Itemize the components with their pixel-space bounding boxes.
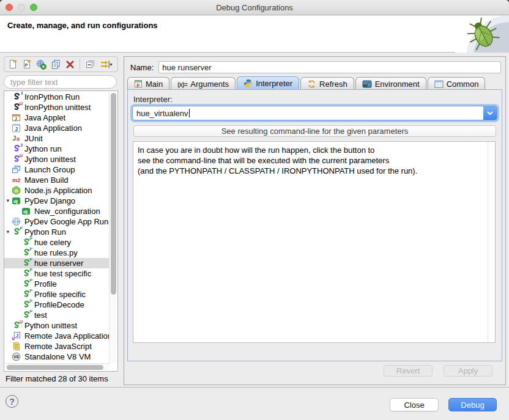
debug-button[interactable]: Debug [448, 398, 497, 411]
tree-item-hue-celery[interactable]: Phue celery [4, 237, 110, 248]
tab-bar: pMain(x)=ArgumentsInterpreterRefreshEnvi… [127, 76, 485, 90]
tree-item-label: ProfileDecode [34, 300, 84, 309]
tree-item-maven-build[interactable]: m2Maven Build [4, 175, 110, 185]
new-launch-prototype-button[interactable]: P [21, 58, 32, 70]
common-icon-icon [434, 80, 444, 88]
junit-icon: Ju [12, 134, 22, 144]
new-launch-configuration-button[interactable] [7, 58, 18, 70]
configuration-tree-items: IIronPython RunUIronPython unittestJJava… [4, 92, 110, 362]
tree-item-jython-run[interactable]: JJython run [4, 144, 110, 154]
svg-text:J: J [16, 333, 18, 338]
python-run-icon: P [21, 300, 32, 310]
chevron-down-icon [487, 111, 493, 116]
see-command-line-button[interactable]: See resulting command-line for the given… [133, 125, 496, 137]
apply-button[interactable]: Apply [444, 365, 492, 377]
tab-main[interactable]: pMain [127, 77, 169, 90]
tree-item-pydev-django[interactable]: ▼djPyDev Django [4, 196, 110, 206]
close-window-button[interactable] [6, 4, 13, 11]
delete-icon-icon [65, 60, 75, 69]
interpreter-tab-content: Interpreter: hue_virtualenv See resultin… [127, 89, 502, 361]
tree-item-node-js-application[interactable]: nNode.js Application [4, 185, 110, 196]
tree-item-junit[interactable]: JuJUnit [4, 133, 110, 144]
tree-item-java-applet[interactable]: JJava Applet [4, 112, 110, 123]
tree-item-profile[interactable]: PProfile [4, 279, 110, 289]
interpreter-combo[interactable]: hue_virtualenv [132, 106, 497, 120]
toolbar-separator [80, 59, 80, 70]
title-bar[interactable]: Debug Configurations [0, 0, 509, 15]
interpreter-combo-value[interactable]: hue_virtualenv [133, 106, 483, 120]
tree-item-standalone-v8-vm[interactable]: V8Standalone V8 VM [4, 352, 110, 362]
python-run-icon: P [21, 269, 32, 279]
info-area-scrollbar[interactable] [488, 142, 495, 342]
tab-interpreter[interactable]: Interpreter [237, 76, 299, 90]
tab-refresh[interactable]: Refresh [300, 77, 354, 90]
expander-icon[interactable]: ▼ [4, 198, 12, 204]
tab-common[interactable]: Common [428, 77, 486, 90]
expander-icon[interactable]: ▼ [4, 229, 12, 235]
svg-text:J: J [15, 116, 17, 122]
debug-button-label: Debug [461, 400, 484, 410]
delete-launch-configuration-button[interactable] [64, 58, 76, 70]
tree-item-hue-test-specific[interactable]: Phue test specific [4, 268, 110, 279]
minimize-window-button [18, 4, 25, 11]
tree-item-ironpython-unittest[interactable]: UIronPython unittest [4, 102, 110, 112]
java-applet-icon: J [12, 113, 22, 123]
tree-item-profiledecode[interactable]: PProfileDecode [4, 300, 110, 310]
pydev-django-config-icon: dj [21, 207, 32, 216]
svg-text:J: J [12, 135, 16, 142]
collapse-all-button[interactable] [84, 58, 95, 70]
tree-item-launch-group[interactable]: Launch Group [4, 164, 110, 175]
tree-vertical-scrollbar[interactable] [109, 92, 117, 363]
tree-item-label: Node.js Application [24, 186, 92, 195]
dropdown-arrow-icon[interactable]: ▼ [109, 62, 113, 67]
revert-button[interactable]: Revert [384, 365, 433, 377]
export-launch-configuration-button[interactable] [35, 58, 47, 70]
tree-item-python-unittest[interactable]: UPython unittest [4, 320, 110, 331]
environment-icon-icon [362, 80, 372, 88]
tree-vertical-scrollbar-thumb[interactable] [111, 93, 116, 295]
tree-item-ironpython-run[interactable]: IIronPython Run [4, 92, 110, 102]
tab-label: Main [146, 79, 163, 89]
new-config-icon-icon [8, 59, 18, 69]
name-input[interactable]: hue runserver [158, 61, 501, 73]
duplicate-launch-configuration-button[interactable] [50, 58, 61, 70]
tree-item-label: hue runserver [34, 259, 83, 268]
name-label: Name: [130, 63, 154, 72]
tree-item-hue-rules-py[interactable]: Phue rules.py [4, 248, 110, 258]
tree-item-remote-java-application[interactable]: JRemote Java Application [4, 331, 110, 341]
tab-environment[interactable]: Environment [355, 77, 426, 90]
python-run-icon: P [21, 259, 32, 268]
v8-vm-icon: V8 [12, 352, 22, 362]
configuration-tree[interactable]: IIronPython RunUIronPython unittestJJava… [4, 90, 118, 372]
tree-horizontal-scrollbar-thumb[interactable] [7, 365, 103, 370]
tree-item-java-application[interactable]: JJava Application [4, 123, 110, 133]
zoom-window-button[interactable] [30, 4, 37, 11]
tree-item-test[interactable]: Ptest [4, 310, 110, 320]
tree-item-hue-runserver[interactable]: Phue runserver [4, 258, 110, 268]
java-application-icon: J [12, 123, 22, 133]
close-button[interactable]: Close [390, 398, 439, 411]
tree-item-python-run[interactable]: ▼PPython Run [4, 227, 110, 237]
tab-arguments[interactable]: (x)=Arguments [171, 77, 236, 90]
python-run-icon: P [12, 227, 22, 237]
dialog-header-title: Create, manage, and run configurations [7, 21, 158, 30]
tree-item-label: New_configuration [34, 207, 100, 216]
command-line-info-area[interactable]: In case you are in doubt how will the ru… [133, 141, 496, 343]
export-config-icon-icon [36, 59, 46, 70]
help-icon: ? [9, 397, 15, 407]
tab-label: Environment [375, 79, 420, 89]
tree-item-remote-javascript[interactable]: Remote JavaScript [4, 341, 110, 352]
help-button[interactable]: ? [6, 395, 18, 408]
see-command-line-button-label: See resulting command-line for the given… [221, 127, 409, 136]
tree-item-profile-specific[interactable]: PProfile specific [4, 289, 110, 300]
filter-launch-configurations-button[interactable]: ▼ [98, 58, 115, 70]
tree-item-pydev-google-app-run[interactable]: PyDev Google App Run [4, 216, 110, 227]
ironpython-unittest-icon: U [12, 103, 22, 112]
tree-item-label: Launch Group [24, 165, 75, 174]
filter-input[interactable]: type filter text [4, 75, 117, 89]
tree-horizontal-scrollbar[interactable] [5, 363, 110, 370]
tree-item-new-configuration[interactable]: djNew_configuration [4, 206, 110, 216]
tree-item-jython-unittest[interactable]: UJython unittest [4, 154, 110, 164]
interpreter-combo-dropdown-button[interactable] [483, 106, 497, 120]
tree-item-label: Java Applet [24, 113, 65, 122]
